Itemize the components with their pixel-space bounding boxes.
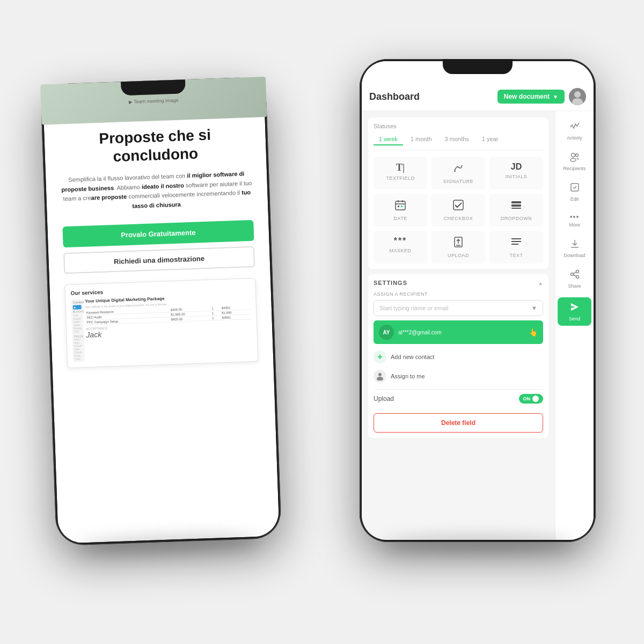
upload-row-label: Upload xyxy=(374,395,394,402)
right-phone: Dashboard New document ▼ xyxy=(360,59,596,542)
suggestion-avatar: AY xyxy=(379,325,394,340)
send-label: Send xyxy=(569,316,580,321)
toggle-label: ON xyxy=(523,396,531,401)
date-label: DATE xyxy=(393,216,407,221)
svg-rect-8 xyxy=(401,206,402,207)
hero-title: Proposte che si concludono xyxy=(59,125,251,167)
add-contact-label: Add new contact xyxy=(391,354,434,360)
assign-to-me-label: Assign to me xyxy=(391,373,425,379)
chevron-down-icon: ▼ xyxy=(553,94,558,100)
svg-rect-11 xyxy=(511,204,521,207)
masked-icon: *** xyxy=(394,236,407,246)
sidebar-more[interactable]: ••• More xyxy=(555,208,594,232)
add-icon: + xyxy=(374,350,386,363)
share-label: Share xyxy=(568,283,581,289)
activity-label: Activity xyxy=(567,135,582,141)
assign-input[interactable]: Start typing name or email ▼ xyxy=(374,300,543,316)
dashboard-title: Dashboard xyxy=(369,91,420,103)
dropdown-icon xyxy=(510,199,522,214)
text-label: TEXT xyxy=(509,253,523,258)
upload-label-field: UPLOAD xyxy=(448,253,469,258)
sidebar-edit[interactable]: Edit xyxy=(555,178,594,206)
field-dropdown[interactable]: DROPDOWN xyxy=(489,194,543,226)
tabs-row: 1 week 1 month 3 months 1 year xyxy=(374,134,543,150)
edit-label: Edit xyxy=(570,196,579,202)
delete-field-button[interactable]: Delete field xyxy=(374,413,543,433)
left-phone-notch xyxy=(121,79,186,96)
svg-rect-12 xyxy=(511,208,521,209)
svg-rect-9 xyxy=(453,200,463,210)
statuses-label: Statuses xyxy=(374,123,543,129)
sidebar-recipients[interactable]: Recipients xyxy=(555,147,594,175)
statuses-section: Statuses 1 week 1 month 3 months 1 year xyxy=(368,118,548,269)
doc-content: Content ■ BLOCKS Text Image Video Table … xyxy=(71,293,252,362)
text-icon xyxy=(510,236,522,251)
edit-icon xyxy=(569,182,580,195)
field-initials[interactable]: JD INITIALS xyxy=(489,157,543,189)
fields-grid: T| TEXTFIELD xyxy=(374,157,543,264)
scene: Start free 14-day trial Proposte che si … xyxy=(27,27,617,617)
doc-preview: Our services ▶ Team meeting image Conten… xyxy=(64,277,258,368)
initials-icon: JD xyxy=(511,162,522,172)
more-label: More xyxy=(569,222,580,228)
textfield-label: TEXTFIELD xyxy=(386,175,414,181)
hero-subtitle: Semplifica la il flusso lavorativo del t… xyxy=(61,169,253,214)
activity-icon xyxy=(569,121,580,134)
field-masked[interactable]: *** MASKED xyxy=(374,231,427,264)
share-icon xyxy=(569,269,580,282)
doc-sidebar: Content ■ BLOCKS Text Image Video Table … xyxy=(71,299,85,362)
settings-header: SETTINGS ▲ xyxy=(374,280,543,286)
download-label: Download xyxy=(564,253,585,258)
add-contact-option[interactable]: + Add new contact xyxy=(374,347,543,367)
new-doc-label: New document xyxy=(504,93,550,100)
svg-rect-10 xyxy=(511,201,521,203)
cursor-icon: 👆 xyxy=(529,328,538,336)
chevron-down-icon: ▼ xyxy=(531,305,537,311)
signature-label: SIGNATURE xyxy=(443,179,473,184)
recipients-icon xyxy=(569,151,580,165)
left-phone: Start free 14-day trial Proposte che si … xyxy=(40,77,282,546)
svg-point-20 xyxy=(571,153,575,157)
field-text[interactable]: TEXT xyxy=(489,231,543,264)
cta-secondary-button[interactable]: Richiedi una dimostrazione xyxy=(63,246,255,273)
new-document-button[interactable]: New document ▼ xyxy=(497,90,565,104)
sidebar-download[interactable]: Download xyxy=(555,234,594,262)
field-upload[interactable]: UPLOAD xyxy=(431,231,485,264)
masked-label: MASKED xyxy=(389,248,411,253)
cta-primary-button[interactable]: Provalo Gratuitamente xyxy=(62,219,254,247)
tab-1week[interactable]: 1 week xyxy=(374,134,403,145)
right-sidebar: Activity Recipients xyxy=(555,111,594,540)
person-icon xyxy=(374,370,386,383)
tab-1month[interactable]: 1 month xyxy=(405,134,437,145)
signature-icon xyxy=(452,162,464,177)
suggestion-email: al***2@gmail.com xyxy=(398,330,442,335)
sidebar-share[interactable]: Share xyxy=(555,265,594,293)
sidebar-activity[interactable]: Activity xyxy=(555,116,594,145)
field-signature[interactable]: SIGNATURE xyxy=(431,157,485,189)
svg-point-18 xyxy=(378,373,382,376)
assign-suggestion[interactable]: AY al***2@gmail.com 👆 xyxy=(374,320,543,344)
avatar[interactable] xyxy=(569,88,586,105)
assign-to-me-option[interactable]: Assign to me xyxy=(374,367,543,386)
tab-1year[interactable]: 1 year xyxy=(477,134,504,145)
svg-line-28 xyxy=(573,272,576,274)
field-checkbox[interactable]: CHECKBOX xyxy=(431,194,485,226)
svg-point-1 xyxy=(574,91,581,98)
settings-collapse-icon[interactable]: ▲ xyxy=(538,280,543,286)
right-main: Statuses 1 week 1 month 3 months 1 year xyxy=(362,111,555,540)
upload-toggle[interactable]: ON xyxy=(519,394,544,404)
right-body: Statuses 1 week 1 month 3 months 1 year xyxy=(362,111,594,540)
tab-3months[interactable]: 3 months xyxy=(440,134,474,145)
field-textfield[interactable]: T| TEXTFIELD xyxy=(374,157,427,189)
field-date[interactable]: DATE xyxy=(374,194,427,226)
assign-label: ASSIGN A RECIPIENT xyxy=(374,291,543,297)
upload-row: Upload ON xyxy=(374,389,543,408)
sidebar-send[interactable]: Send xyxy=(558,297,591,326)
initials-label: INITIALS xyxy=(506,174,528,179)
toggle-circle xyxy=(532,396,539,402)
left-screen: Start free 14-day trial Proposte che si … xyxy=(42,79,279,544)
svg-marker-30 xyxy=(571,303,579,311)
upload-icon xyxy=(452,236,464,251)
svg-point-25 xyxy=(576,270,579,273)
svg-line-29 xyxy=(573,275,576,276)
